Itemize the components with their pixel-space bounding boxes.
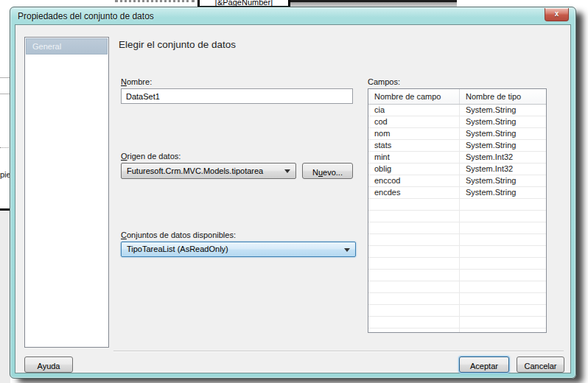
dataset-properties-dialog: Propiedades del conjunto de datos x Gene… bbox=[10, 7, 576, 379]
background-gridline bbox=[0, 77, 10, 78]
field-type-cell: System.Int32 bbox=[460, 152, 546, 163]
fields-table-body: ciaSystem.StringcodSystem.StringnomSyste… bbox=[368, 105, 546, 333]
fields-table: Nombre de campo Nombre de tipo ciaSystem… bbox=[368, 88, 547, 333]
table-row-empty bbox=[368, 222, 546, 234]
table-row-empty bbox=[368, 281, 546, 293]
available-datasets-dropdown[interactable]: TipoTareaList (AsReadOnly) bbox=[121, 242, 356, 257]
dataset-name-input[interactable] bbox=[121, 88, 353, 104]
table-row[interactable]: mintSystem.Int32 bbox=[368, 152, 546, 164]
field-name-cell: nom bbox=[368, 128, 460, 139]
available-datasets-selected-value: TipoTareaList (AsReadOnly) bbox=[127, 245, 228, 253]
table-row-empty bbox=[368, 246, 546, 258]
table-row-empty bbox=[368, 234, 546, 246]
field-type-cell bbox=[460, 317, 546, 328]
fields-table-header: Nombre de campo Nombre de tipo bbox=[368, 89, 546, 105]
field-type-cell bbox=[460, 293, 546, 304]
field-name-cell: mint bbox=[368, 152, 460, 163]
field-name-cell: cia bbox=[368, 105, 460, 116]
field-type-cell bbox=[460, 328, 546, 333]
field-type-cell: System.String bbox=[460, 140, 546, 151]
field-name-cell bbox=[368, 270, 460, 281]
field-name-cell bbox=[368, 199, 460, 210]
field-name-cell: stats bbox=[368, 140, 460, 151]
table-row-empty bbox=[368, 328, 546, 333]
field-type-cell bbox=[460, 258, 546, 269]
field-name-cell bbox=[368, 246, 460, 257]
dialog-client-area: General Elegir el conjunto de datos Nomb… bbox=[15, 24, 571, 373]
category-listbox: General bbox=[24, 37, 109, 348]
field-name-cell bbox=[368, 317, 460, 328]
table-row[interactable]: encdesSystem.String bbox=[368, 187, 546, 199]
table-row-empty bbox=[368, 293, 546, 305]
field-name-cell bbox=[368, 222, 460, 233]
table-row[interactable]: enccodSystem.String bbox=[368, 175, 546, 187]
field-type-cell: System.Int32 bbox=[460, 164, 546, 175]
close-button[interactable]: x bbox=[545, 8, 569, 21]
fields-label: Campos: bbox=[368, 77, 400, 86]
data-source-dropdown[interactable]: Futuresoft.Crm.MVC.Models.tipotarea bbox=[121, 163, 296, 179]
column-header-field-name[interactable]: Nombre de campo bbox=[368, 89, 460, 104]
field-name-cell bbox=[368, 305, 460, 316]
field-name-cell bbox=[368, 258, 460, 269]
field-name-cell: oblig bbox=[368, 164, 460, 175]
field-name-cell: enccod bbox=[368, 175, 460, 186]
table-row-empty bbox=[368, 211, 546, 222]
page-title: Elegir el conjunto de datos bbox=[119, 39, 236, 50]
field-type-cell bbox=[460, 246, 546, 257]
field-type-cell: System.String bbox=[460, 175, 546, 186]
field-name-cell bbox=[368, 234, 460, 245]
divider bbox=[113, 351, 564, 352]
field-type-cell bbox=[460, 211, 546, 222]
table-row[interactable]: codSystem.String bbox=[368, 116, 546, 128]
available-datasets-label: Conjuntos de datos disponibles: bbox=[121, 231, 236, 239]
field-type-cell bbox=[460, 199, 546, 210]
background-selection-dotted-border bbox=[115, 0, 195, 3]
table-row-empty bbox=[368, 305, 546, 317]
background-gridline bbox=[0, 94, 10, 94]
data-source-selected-value: Futuresoft.Crm.MVC.Models.tipotarea bbox=[127, 166, 263, 175]
field-type-cell bbox=[460, 234, 546, 245]
field-type-cell: System.String bbox=[460, 187, 546, 198]
field-type-cell bbox=[460, 270, 546, 281]
field-type-cell: System.String bbox=[460, 116, 546, 127]
dialog-titlebar[interactable]: Propiedades del conjunto de datos bbox=[10, 7, 575, 24]
sidebar-item-general[interactable]: General bbox=[26, 38, 108, 55]
field-type-cell bbox=[460, 305, 546, 316]
dialog-title: Propiedades del conjunto de datos bbox=[18, 11, 154, 21]
field-type-cell bbox=[460, 222, 546, 233]
field-type-cell bbox=[460, 281, 546, 292]
table-row[interactable]: statsSystem.String bbox=[368, 140, 546, 152]
chevron-down-icon bbox=[284, 169, 290, 173]
new-data-source-button[interactable]: Nuevo... bbox=[302, 163, 353, 179]
field-name-cell: cod bbox=[368, 116, 460, 127]
ok-button[interactable]: Aceptar bbox=[459, 356, 509, 373]
cancel-button[interactable]: Cancelar bbox=[517, 356, 564, 373]
table-row-empty bbox=[368, 199, 546, 211]
table-row[interactable]: nomSystem.String bbox=[368, 128, 546, 140]
table-row-empty bbox=[368, 258, 546, 270]
name-label: Nombre: bbox=[121, 77, 152, 86]
table-row[interactable]: ciaSystem.String bbox=[368, 105, 546, 116]
close-icon: x bbox=[555, 10, 559, 18]
field-type-cell: System.String bbox=[460, 128, 546, 139]
table-row-empty bbox=[368, 317, 546, 328]
table-row[interactable]: obligSystem.Int32 bbox=[368, 164, 546, 175]
field-type-cell: System.String bbox=[460, 105, 546, 116]
background-dotted-gridline bbox=[0, 147, 10, 148]
background-partial-text: pie bbox=[0, 170, 10, 179]
chevron-down-icon bbox=[344, 248, 350, 252]
background-panel bbox=[0, 211, 10, 383]
field-name-cell bbox=[368, 211, 460, 222]
column-header-type-name[interactable]: Nombre de tipo bbox=[460, 89, 546, 104]
table-row-empty bbox=[368, 270, 546, 281]
field-name-cell: encdes bbox=[368, 187, 460, 198]
pagenumber-text: [&PageNumber] bbox=[200, 0, 288, 7]
field-name-cell bbox=[368, 281, 460, 292]
help-button[interactable]: Ayuda bbox=[24, 356, 73, 373]
field-name-cell bbox=[368, 293, 460, 304]
field-name-cell bbox=[368, 328, 460, 333]
data-source-label: Origen de datos: bbox=[121, 152, 181, 161]
